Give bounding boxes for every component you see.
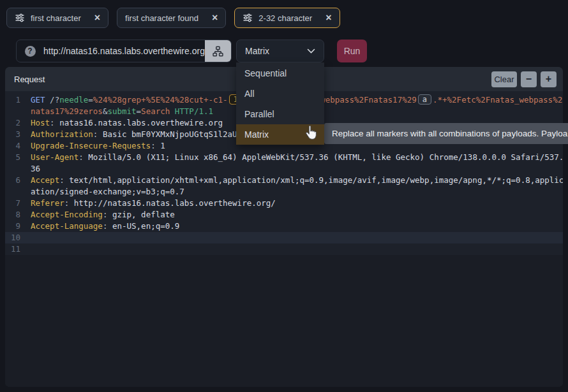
menu-item-sequential[interactable]: Sequential bbox=[236, 63, 324, 83]
tab-first-character-found[interactable]: first character found× bbox=[117, 8, 226, 28]
tab-bar: first character×first character found×2-… bbox=[0, 0, 568, 36]
editor-row: 11 bbox=[5, 243, 563, 255]
line-number: 11 bbox=[5, 243, 20, 255]
syntax-plain: /? bbox=[50, 95, 59, 105]
line-content: Accept-Encoding: gzip, deflate bbox=[31, 209, 175, 221]
strategy-tooltip: Replace all markers with all combination… bbox=[324, 123, 568, 144]
menu-item-parallel[interactable]: Parallel bbox=[236, 104, 324, 124]
panel-title: Request bbox=[14, 75, 45, 84]
line-number bbox=[5, 163, 20, 175]
tab-first-character[interactable]: first character× bbox=[6, 8, 108, 28]
syntax-hval: en-US,en;q=0.9 bbox=[112, 221, 179, 231]
tab-label: first character found bbox=[125, 13, 198, 23]
run-button[interactable]: Run bbox=[337, 40, 367, 62]
chevron-down-icon bbox=[307, 48, 315, 54]
tab-2-32-character[interactable]: 2-32 character× bbox=[234, 8, 340, 28]
clear-button[interactable]: Clear bbox=[491, 71, 517, 87]
syntax-value: natas17%29zeros bbox=[31, 106, 103, 116]
zoom-out-button[interactable]: − bbox=[521, 71, 537, 87]
syntax-hname: Accept-Language bbox=[31, 221, 103, 231]
sitemap-icon bbox=[213, 46, 223, 57]
syntax-plain: : bbox=[151, 141, 160, 150]
syntax-hval: gzip, deflate bbox=[112, 210, 175, 219]
question-mark-icon: ? bbox=[25, 46, 36, 57]
editor-row: 8Accept-Encoding: gzip, deflate bbox=[5, 209, 563, 221]
url-input[interactable]: http://natas16.natas.labs.overthewire.or… bbox=[43, 46, 205, 56]
syntax-plain: : bbox=[59, 175, 69, 185]
url-input-group: ? http://natas16.natas.labs.overthewire.… bbox=[16, 40, 232, 62]
syntax-value: Search bbox=[141, 106, 170, 116]
tab-label: first character bbox=[31, 13, 81, 23]
editor-row: 5User-Agent: Mozilla/5.0 (X11; Linux x86… bbox=[5, 152, 563, 163]
syntax-plain: : bbox=[50, 118, 59, 127]
syntax-hval: natas16.natas.labs.overthewire.org bbox=[59, 118, 223, 127]
line-content: Accept: text/html,application/xhtml+xml,… bbox=[31, 175, 563, 186]
tab-label: 2-32 character bbox=[258, 13, 312, 23]
syntax-plain: = bbox=[137, 106, 142, 116]
strategy-select[interactable]: Matrix bbox=[236, 40, 324, 62]
strategy-select-value: Matrix bbox=[245, 46, 269, 56]
syntax-version: HTTP/1.1 bbox=[175, 106, 213, 116]
line-content: Referer: http://natas16.natas.labs.overt… bbox=[31, 198, 276, 209]
syntax-plain: : bbox=[103, 210, 112, 219]
strategy-dropdown-menu: SequentialAllParallelMatrix bbox=[236, 62, 324, 145]
line-number: 3 bbox=[5, 129, 20, 140]
menu-item-all[interactable]: All bbox=[236, 83, 324, 104]
line-number: 6 bbox=[5, 175, 20, 186]
syntax-hval: 36 bbox=[31, 164, 40, 173]
help-icon[interactable]: ? bbox=[17, 46, 43, 57]
syntax-param: submit bbox=[107, 106, 136, 116]
toolbar: ? http://natas16.natas.labs.overthewire.… bbox=[0, 36, 568, 66]
line-number: 10 bbox=[5, 232, 20, 243]
syntax-hname: Referer bbox=[31, 198, 64, 208]
syntax-hval: text/html,application/xhtml+xml,applicat… bbox=[69, 175, 563, 185]
line-number: 2 bbox=[5, 117, 20, 129]
editor-row: 7Referer: http://natas16.natas.labs.over… bbox=[5, 198, 563, 209]
menu-item-matrix[interactable]: Matrix bbox=[236, 124, 324, 145]
line-number: 7 bbox=[5, 198, 20, 209]
syntax-plain: = bbox=[88, 95, 93, 105]
line-content: Accept-Language: en-US,en;q=0.9 bbox=[31, 221, 179, 232]
line-content: natas17%29zeros&submit=Search HTTP/1.1 bbox=[31, 106, 213, 117]
syntax-value: %24%28grep+%5E%24%28cut+-c1- bbox=[93, 95, 228, 105]
syntax-hname: User-Agent bbox=[31, 152, 78, 162]
syntax-hval: Mozilla/5.0 (X11; Linux x86_64) AppleWeb… bbox=[88, 152, 563, 162]
line-content: ation/signed-exchange;v=b3;q=0.7 bbox=[31, 186, 184, 198]
editor-row: 9Accept-Language: en-US,en;q=0.9 bbox=[5, 221, 563, 232]
syntax-hval: ation/signed-exchange;v=b3;q=0.7 bbox=[31, 187, 184, 196]
syntax-hname: Upgrade-Insecure-Requests bbox=[31, 141, 151, 150]
sitemap-button[interactable] bbox=[205, 40, 231, 62]
syntax-plain: : bbox=[78, 152, 88, 162]
close-icon[interactable]: × bbox=[94, 13, 100, 23]
editor-row: ation/signed-exchange;v=b3;q=0.7 bbox=[5, 186, 563, 198]
syntax-hname: Host bbox=[31, 118, 50, 127]
close-icon[interactable]: × bbox=[325, 13, 331, 23]
editor-empty-area[interactable] bbox=[5, 255, 563, 387]
zoom-in-button[interactable]: + bbox=[541, 71, 557, 87]
line-number: 5 bbox=[5, 152, 20, 163]
syntax-hname: Accept-Encoding bbox=[31, 210, 103, 219]
syntax-plain: : bbox=[103, 221, 112, 231]
syntax-plain: : bbox=[64, 198, 74, 208]
line-number: 9 bbox=[5, 221, 20, 232]
line-content: Host: natas16.natas.labs.overthewire.org bbox=[31, 117, 223, 129]
line-number: 4 bbox=[5, 140, 20, 152]
syntax-hval: http://natas16.natas.labs.overthewire.or… bbox=[74, 198, 276, 208]
editor-row: 10 bbox=[5, 232, 563, 243]
close-icon[interactable]: × bbox=[212, 13, 218, 23]
line-content: User-Agent: Mozilla/5.0 (X11; Linux x86_… bbox=[31, 152, 563, 163]
syntax-value: .*+%2Fetc%2Fnatas_webpass%2F bbox=[433, 95, 563, 105]
syntax-plain bbox=[170, 106, 175, 116]
syntax-hname: Accept bbox=[31, 175, 59, 185]
line-number bbox=[5, 186, 20, 198]
line-content: 36 bbox=[31, 163, 40, 175]
syntax-param: needle bbox=[59, 95, 88, 105]
payload-marker-a[interactable]: a bbox=[418, 94, 431, 105]
sliders-icon bbox=[243, 13, 253, 23]
editor-row: 36 bbox=[5, 163, 563, 175]
syntax-hname: Authorization bbox=[31, 129, 93, 139]
syntax-hval: 1 bbox=[160, 141, 165, 150]
editor-row: 6Accept: text/html,application/xhtml+xml… bbox=[5, 175, 563, 186]
line-number: 8 bbox=[5, 209, 20, 221]
syntax-method: GET bbox=[31, 95, 50, 105]
